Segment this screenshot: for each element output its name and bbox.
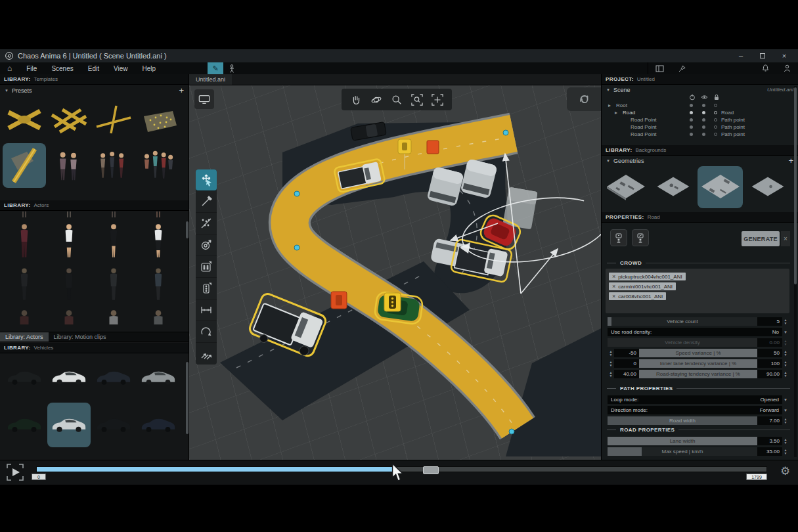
speed-variance-slider[interactable]: Speed variance | % — [639, 349, 757, 357]
pan-hand-icon[interactable] — [350, 94, 362, 106]
orbit-icon[interactable] — [370, 94, 382, 106]
tool-target-path[interactable] — [196, 234, 217, 256]
direction-mode-select[interactable]: Direction mode: Forward — [608, 406, 782, 414]
add-preset-button[interactable]: + — [179, 87, 184, 94]
tool-rotate-path[interactable] — [196, 321, 217, 343]
vehicle-count-slider[interactable]: Vehicle count — [608, 317, 757, 326]
max-speed-value[interactable]: 35.00 — [757, 447, 782, 456]
road-width-value[interactable]: 7.00 — [757, 416, 782, 425]
frame-all-icon[interactable] — [432, 94, 443, 106]
scene-section-bar[interactable]: ▼ Scene Untitled.ani — [602, 85, 798, 95]
inner-lane-variance-row[interactable]: ▲▼ 0 Inner lane tendency variance | % 10… — [608, 359, 789, 368]
actor-thumb[interactable] — [47, 265, 91, 305]
crowd-tag[interactable]: ×car008vhc001_ANI — [609, 292, 666, 300]
use-road-density-select[interactable]: Use road density: No — [608, 328, 782, 336]
preset-thumb-crowd-field[interactable] — [137, 97, 180, 142]
road-staying-max[interactable]: 90.00 — [757, 370, 782, 378]
vehicle-thumb-selected[interactable] — [47, 403, 91, 447]
geometry-thumb-selected[interactable] — [698, 166, 743, 208]
tool-traffic-light[interactable] — [196, 278, 217, 299]
menu-help[interactable]: Help — [135, 62, 163, 74]
collapse-triangle-icon[interactable]: ▼ — [606, 159, 610, 163]
zoom-region-icon[interactable] — [411, 94, 423, 106]
tab-library-motion-clips[interactable]: Library: Motion clips — [49, 332, 112, 342]
assign-actors-button[interactable] — [610, 229, 627, 246]
timeline-playhead[interactable] — [423, 466, 439, 474]
crowd-tag[interactable]: ×pickuptruck004vhc001_ANI — [609, 273, 686, 280]
remove-tag-icon[interactable]: × — [612, 273, 615, 280]
notifications-bell-icon[interactable] — [755, 62, 776, 74]
stepper[interactable]: ▲▼ — [608, 359, 614, 368]
menu-file[interactable]: File — [19, 62, 44, 74]
settings-gear-icon[interactable]: ⚙ — [780, 464, 790, 478]
direction-mode-row[interactable]: Direction mode: Forward ▾ — [608, 406, 789, 414]
lane-width-value[interactable]: 3.50 — [757, 437, 782, 445]
vehicle-thumb[interactable] — [92, 403, 135, 447]
dropdown-caret-icon[interactable]: ▾ — [782, 328, 789, 336]
stepper[interactable]: ▲▼ — [782, 437, 789, 445]
road-width-row[interactable]: Road width 7.00 ▲▼ — [608, 416, 789, 425]
actor-thumb[interactable] — [3, 265, 46, 305]
tool-path-draw[interactable] — [196, 191, 217, 213]
vehicle-count-value[interactable]: 5 — [757, 317, 782, 326]
collapse-triangle-icon[interactable]: ▼ — [606, 88, 610, 92]
menu-view[interactable]: View — [106, 62, 135, 74]
lane-width-slider[interactable]: Lane width — [608, 437, 757, 445]
inner-lane-slider[interactable]: Inner lane tendency variance | % — [639, 359, 757, 368]
stepper[interactable]: ▲▼ — [782, 359, 789, 368]
tree-row-road-point[interactable]: Road Point Path point — [602, 131, 798, 138]
generate-close-button[interactable]: × — [781, 231, 790, 246]
preset-thumb-actor-group-4[interactable] — [92, 143, 135, 188]
vehicle-thumb[interactable] — [47, 355, 91, 400]
inner-lane-max[interactable]: 100 — [757, 359, 782, 368]
geometry-thumb[interactable] — [650, 166, 696, 208]
tree-row-road-point[interactable]: Road Point Path point — [602, 123, 798, 131]
event-marker-red-bottom[interactable] — [331, 292, 347, 309]
tree-row-road[interactable]: ▸ Road Road — [602, 109, 798, 116]
actor-thumb[interactable] — [3, 221, 46, 263]
stepper[interactable]: ▲▼ — [608, 370, 614, 378]
remove-tag-icon[interactable]: × — [612, 293, 615, 299]
stepper[interactable]: ▲▼ — [782, 317, 789, 326]
zoom-icon[interactable] — [391, 94, 403, 106]
anima-logo-button[interactable] — [567, 87, 601, 111]
close-button[interactable]: × — [776, 52, 793, 60]
road-staying-min[interactable]: 40.00 — [614, 370, 639, 378]
add-geometry-button[interactable]: + — [788, 158, 793, 164]
loop-mode-select[interactable]: Loop mode: Opened — [608, 395, 782, 404]
road-staying-variance-row[interactable]: ▲▼ 40.00 Road-staying tendency variance … — [608, 370, 789, 378]
actor-mode-icon[interactable] — [223, 62, 240, 74]
stepper[interactable]: ▲▼ — [782, 416, 789, 425]
tool-crowd-area[interactable] — [196, 256, 217, 278]
menu-edit[interactable]: Edit — [81, 62, 106, 74]
viewport-tab-untitled[interactable]: Untitled.ani — [189, 74, 232, 85]
tab-library-actors[interactable]: Library: Actors — [0, 332, 49, 342]
vehicle-thumb[interactable] — [3, 355, 46, 400]
vehicle-count-row[interactable]: Vehicle count 5 ▲▼ — [608, 317, 789, 326]
actor-thumb[interactable] — [47, 307, 91, 324]
speed-variance-row[interactable]: ▲▼ -50 Speed variance | % 50 ▲▼ — [608, 349, 789, 357]
preset-thumb-grid-roads[interactable] — [47, 97, 91, 142]
event-marker-red-top[interactable] — [427, 141, 439, 154]
stepper[interactable]: ▲▼ — [782, 349, 789, 357]
expand-arrow-icon[interactable]: ▸ — [608, 102, 611, 108]
loop-mode-row[interactable]: Loop mode: Opened ▾ — [608, 395, 789, 404]
menu-scenes[interactable]: Scenes — [44, 62, 80, 74]
event-marker-traffic-light[interactable] — [384, 293, 401, 311]
lane-width-row[interactable]: Lane width 3.50 ▲▼ — [608, 437, 789, 445]
vehicle-thumb[interactable] — [92, 355, 135, 400]
geometry-thumb[interactable] — [603, 166, 648, 208]
tool-scatter[interactable] — [196, 213, 217, 234]
use-road-density-row[interactable]: Use road density: No ▾ — [608, 328, 789, 336]
road-width-slider[interactable]: Road width — [608, 416, 757, 425]
viewport-display-button[interactable] — [194, 89, 214, 109]
road-staying-slider[interactable]: Road-staying tendency variance | % — [639, 370, 757, 378]
inner-lane-min[interactable]: 0 — [614, 359, 639, 368]
dropdown-caret-icon[interactable]: ▾ — [782, 395, 789, 404]
preset-thumb-crossroad[interactable] — [3, 97, 46, 142]
actor-thumb[interactable] — [92, 221, 135, 263]
right-panel-scrollbar[interactable] — [794, 87, 797, 284]
panel-toggle-icon[interactable] — [648, 62, 671, 74]
assign-vehicles-button[interactable] — [632, 229, 649, 246]
geometry-thumb[interactable] — [745, 166, 790, 208]
